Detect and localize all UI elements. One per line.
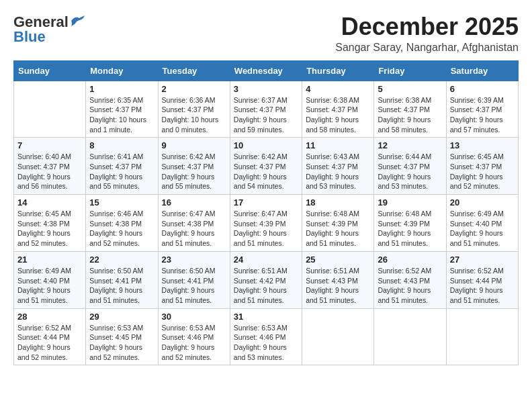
day-info: Sunrise: 6:41 AMSunset: 4:37 PMDaylight:… <box>89 152 154 191</box>
day-info: Sunrise: 6:45 AMSunset: 4:38 PMDaylight:… <box>17 209 82 248</box>
day-info: Sunrise: 6:48 AMSunset: 4:39 PMDaylight:… <box>306 209 370 248</box>
page-header: General Blue December 2025 Sangar Saray,… <box>13 13 519 54</box>
day-number: 16 <box>162 197 226 208</box>
calendar-cell: 4Sunrise: 6:38 AMSunset: 4:37 PMDaylight… <box>302 81 374 138</box>
day-number: 15 <box>89 197 154 208</box>
day-info: Sunrise: 6:43 AMSunset: 4:37 PMDaylight:… <box>306 152 370 191</box>
calendar-cell: 8Sunrise: 6:41 AMSunset: 4:37 PMDaylight… <box>86 138 158 195</box>
day-info: Sunrise: 6:44 AMSunset: 4:37 PMDaylight:… <box>378 152 442 191</box>
day-info: Sunrise: 6:42 AMSunset: 4:37 PMDaylight:… <box>234 152 298 191</box>
calendar-week-row: 28Sunrise: 6:52 AMSunset: 4:44 PMDayligh… <box>14 308 519 365</box>
calendar-week-row: 1Sunrise: 6:35 AMSunset: 4:37 PMDaylight… <box>14 81 519 138</box>
day-info: Sunrise: 6:53 AMSunset: 4:46 PMDaylight:… <box>162 323 226 363</box>
day-number: 21 <box>17 255 82 265</box>
day-info: Sunrise: 6:46 AMSunset: 4:38 PMDaylight:… <box>89 209 154 248</box>
title-area: December 2025 Sangar Saray, Nangarhar, A… <box>335 13 519 54</box>
day-number: 13 <box>450 140 515 150</box>
weekday-header-wednesday: Wednesday <box>230 60 302 81</box>
day-number: 12 <box>378 140 442 150</box>
day-number: 28 <box>17 312 82 322</box>
day-info: Sunrise: 6:45 AMSunset: 4:37 PMDaylight:… <box>450 152 515 191</box>
day-number: 6 <box>450 84 515 94</box>
calendar-cell: 17Sunrise: 6:47 AMSunset: 4:39 PMDayligh… <box>230 195 302 252</box>
calendar-cell: 26Sunrise: 6:52 AMSunset: 4:43 PMDayligh… <box>374 251 446 308</box>
day-number: 22 <box>89 255 154 265</box>
day-info: Sunrise: 6:50 AMSunset: 4:41 PMDaylight:… <box>162 266 226 306</box>
calendar-cell: 19Sunrise: 6:48 AMSunset: 4:39 PMDayligh… <box>374 195 446 252</box>
day-number: 5 <box>378 84 442 94</box>
weekday-header-row: SundayMondayTuesdayWednesdayThursdayFrid… <box>14 60 519 81</box>
calendar-cell: 15Sunrise: 6:46 AMSunset: 4:38 PMDayligh… <box>86 195 158 252</box>
calendar-week-row: 21Sunrise: 6:49 AMSunset: 4:40 PMDayligh… <box>14 251 519 308</box>
calendar-week-row: 7Sunrise: 6:40 AMSunset: 4:37 PMDaylight… <box>14 138 519 195</box>
day-number: 14 <box>17 197 82 208</box>
day-info: Sunrise: 6:50 AMSunset: 4:41 PMDaylight:… <box>89 266 154 306</box>
day-number: 9 <box>162 140 226 150</box>
location-title: Sangar Saray, Nangarhar, Afghanistan <box>335 42 519 54</box>
calendar-cell <box>302 308 374 365</box>
day-info: Sunrise: 6:35 AMSunset: 4:37 PMDaylight:… <box>89 95 154 135</box>
calendar-cell <box>374 308 446 365</box>
weekday-header-friday: Friday <box>374 60 446 81</box>
calendar-cell: 10Sunrise: 6:42 AMSunset: 4:37 PMDayligh… <box>230 138 302 195</box>
calendar-cell: 13Sunrise: 6:45 AMSunset: 4:37 PMDayligh… <box>446 138 518 195</box>
calendar-cell: 6Sunrise: 6:39 AMSunset: 4:37 PMDaylight… <box>446 81 518 138</box>
day-info: Sunrise: 6:52 AMSunset: 4:44 PMDaylight:… <box>17 323 82 363</box>
day-info: Sunrise: 6:37 AMSunset: 4:37 PMDaylight:… <box>234 95 298 135</box>
day-number: 11 <box>306 140 370 150</box>
day-info: Sunrise: 6:53 AMSunset: 4:45 PMDaylight:… <box>89 323 154 363</box>
calendar-cell: 23Sunrise: 6:50 AMSunset: 4:41 PMDayligh… <box>158 251 230 308</box>
calendar-cell: 29Sunrise: 6:53 AMSunset: 4:45 PMDayligh… <box>86 308 158 365</box>
day-info: Sunrise: 6:51 AMSunset: 4:42 PMDaylight:… <box>234 266 298 306</box>
day-number: 23 <box>162 255 226 265</box>
day-info: Sunrise: 6:52 AMSunset: 4:43 PMDaylight:… <box>378 266 442 306</box>
calendar-cell: 5Sunrise: 6:38 AMSunset: 4:37 PMDaylight… <box>374 81 446 138</box>
calendar-cell: 24Sunrise: 6:51 AMSunset: 4:42 PMDayligh… <box>230 251 302 308</box>
calendar-table: SundayMondayTuesdayWednesdayThursdayFrid… <box>13 60 519 366</box>
calendar-cell: 28Sunrise: 6:52 AMSunset: 4:44 PMDayligh… <box>14 308 86 365</box>
weekday-header-tuesday: Tuesday <box>158 60 230 81</box>
day-number: 19 <box>378 197 442 208</box>
day-number: 2 <box>162 84 226 94</box>
day-number: 24 <box>234 255 298 265</box>
calendar-cell: 16Sunrise: 6:47 AMSunset: 4:38 PMDayligh… <box>158 195 230 252</box>
calendar-cell: 3Sunrise: 6:37 AMSunset: 4:37 PMDaylight… <box>230 81 302 138</box>
day-info: Sunrise: 6:36 AMSunset: 4:37 PMDaylight:… <box>162 95 226 135</box>
calendar-cell: 22Sunrise: 6:50 AMSunset: 4:41 PMDayligh… <box>86 251 158 308</box>
day-info: Sunrise: 6:52 AMSunset: 4:44 PMDaylight:… <box>450 266 515 306</box>
day-info: Sunrise: 6:39 AMSunset: 4:37 PMDaylight:… <box>450 95 515 135</box>
day-number: 10 <box>234 140 298 150</box>
weekday-header-thursday: Thursday <box>302 60 374 81</box>
calendar-cell: 18Sunrise: 6:48 AMSunset: 4:39 PMDayligh… <box>302 195 374 252</box>
calendar-cell: 11Sunrise: 6:43 AMSunset: 4:37 PMDayligh… <box>302 138 374 195</box>
calendar-cell: 1Sunrise: 6:35 AMSunset: 4:37 PMDaylight… <box>86 81 158 138</box>
calendar-cell <box>446 308 518 365</box>
calendar-cell: 20Sunrise: 6:49 AMSunset: 4:40 PMDayligh… <box>446 195 518 252</box>
weekday-header-sunday: Sunday <box>14 60 86 81</box>
day-number: 4 <box>306 84 370 94</box>
day-number: 30 <box>162 312 226 322</box>
calendar-cell: 12Sunrise: 6:44 AMSunset: 4:37 PMDayligh… <box>374 138 446 195</box>
day-number: 8 <box>89 140 154 150</box>
day-number: 18 <box>306 197 370 208</box>
day-number: 3 <box>234 84 298 94</box>
day-info: Sunrise: 6:47 AMSunset: 4:39 PMDaylight:… <box>234 209 298 248</box>
day-number: 31 <box>234 312 298 322</box>
day-info: Sunrise: 6:38 AMSunset: 4:37 PMDaylight:… <box>306 95 370 135</box>
month-title: December 2025 <box>335 13 519 40</box>
calendar-cell: 25Sunrise: 6:51 AMSunset: 4:43 PMDayligh… <box>302 251 374 308</box>
calendar-cell: 14Sunrise: 6:45 AMSunset: 4:38 PMDayligh… <box>14 195 86 252</box>
day-number: 20 <box>450 197 515 208</box>
calendar-cell: 7Sunrise: 6:40 AMSunset: 4:37 PMDaylight… <box>14 138 86 195</box>
day-info: Sunrise: 6:48 AMSunset: 4:39 PMDaylight:… <box>378 209 442 248</box>
day-info: Sunrise: 6:51 AMSunset: 4:43 PMDaylight:… <box>306 266 370 306</box>
day-info: Sunrise: 6:40 AMSunset: 4:37 PMDaylight:… <box>17 152 82 191</box>
calendar-week-row: 14Sunrise: 6:45 AMSunset: 4:38 PMDayligh… <box>14 195 519 252</box>
calendar-cell: 9Sunrise: 6:42 AMSunset: 4:37 PMDaylight… <box>158 138 230 195</box>
logo-bird-icon <box>70 15 85 26</box>
day-info: Sunrise: 6:49 AMSunset: 4:40 PMDaylight:… <box>17 266 82 306</box>
day-info: Sunrise: 6:53 AMSunset: 4:46 PMDaylight:… <box>234 323 298 363</box>
day-number: 17 <box>234 197 298 208</box>
logo-text-blue: Blue <box>13 28 46 46</box>
day-number: 7 <box>17 140 82 150</box>
